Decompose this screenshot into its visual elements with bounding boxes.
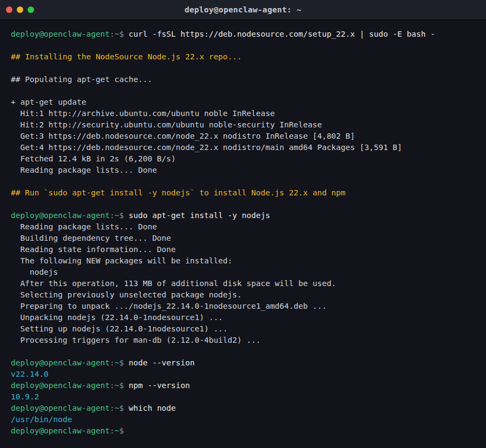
terminal-line: deploy@openclaw-agent:~$ sudo apt-get in… [11, 210, 475, 221]
command-text: npm --version [124, 381, 190, 390]
terminal-line: Get:4 https://deb.nodesource.com/node_22… [11, 142, 475, 153]
traffic-lights [0, 6, 34, 13]
terminal-line: v22.14.0 [11, 369, 475, 380]
terminal-line [11, 199, 475, 210]
terminal-line [11, 63, 475, 74]
prompt-path: ~ [114, 426, 119, 435]
terminal-line: Selecting previously unselected package … [11, 289, 475, 301]
prompt-symbol: $ [119, 211, 124, 220]
maximize-button[interactable] [28, 6, 34, 13]
output-text: Selecting previously unselected package … [11, 290, 242, 299]
terminal-line: Setting up nodejs (22.14.0-1nodesource1)… [11, 323, 475, 335]
output-text: Fetched 12.4 kB in 2s (6,200 B/s) [11, 154, 176, 163]
output-text: Reading package lists... Done [11, 166, 157, 174]
prompt-symbol: $ [119, 30, 124, 38]
value-text: v22.14.0 [11, 370, 49, 378]
terminal-line: Reading package lists... Done [11, 221, 475, 233]
terminal-line: Preparing to unpack .../nodejs_22.14.0-1… [11, 301, 475, 312]
command-text: node --version [124, 358, 195, 367]
terminal-line [11, 85, 475, 97]
output-text: Get:3 https://deb.nodesource.com/node_22… [11, 132, 355, 140]
terminal-line: Fetched 12.4 kB in 2s (6,200 B/s) [11, 153, 475, 165]
terminal-line: ## Populating apt-get cache... [11, 74, 475, 85]
prompt-colon: : [110, 404, 114, 412]
terminal-line: Get:3 https://deb.nodesource.com/node_22… [11, 131, 475, 142]
terminal-line: After this operation, 113 MB of addition… [11, 278, 475, 289]
prompt-path: ~ [114, 381, 119, 390]
prompt-user-host: deploy@openclaw-agent [11, 381, 110, 390]
prompt-colon: : [110, 358, 114, 367]
terminal-line: Processing triggers for man-db (2.12.0-4… [11, 335, 475, 346]
output-text: Processing triggers for man-db (2.12.0-4… [11, 336, 261, 344]
prompt-colon: : [110, 426, 114, 435]
command-text: which node [124, 404, 176, 412]
prompt-symbol: $ [119, 404, 124, 412]
terminal-body[interactable]: deploy@openclaw-agent:~$ curl -fsSL http… [0, 21, 486, 448]
output-text: Unpacking nodejs (22.14.0-1nodesource1) … [11, 313, 223, 322]
prompt-colon: : [110, 211, 114, 220]
output-text: + apt-get update [11, 98, 86, 106]
prompt-user-host: deploy@openclaw-agent [11, 358, 110, 367]
prompt-path: ~ [114, 30, 119, 38]
output-text: The following NEW packages will be insta… [11, 256, 232, 265]
close-button[interactable] [6, 6, 12, 13]
terminal-line: Hit:1 http://archive.ubuntu.com/ubuntu n… [11, 108, 475, 119]
terminal-line: Building dependency tree... Done [11, 233, 475, 244]
prompt-path: ~ [114, 358, 119, 367]
value-text: 10.9.2 [11, 392, 39, 401]
prompt-colon: : [110, 30, 114, 38]
prompt-symbol: $ [119, 426, 124, 435]
prompt-symbol: $ [119, 381, 124, 390]
output-text: nodejs [11, 268, 58, 276]
terminal-line [11, 40, 475, 51]
output-text: Hit:2 http://security.ubuntu.com/ubuntu … [11, 120, 322, 129]
prompt-user-host: deploy@openclaw-agent [11, 211, 110, 220]
prompt-user-host: deploy@openclaw-agent [11, 426, 110, 435]
comment-text: ## Run `sudo apt-get install -y nodejs` … [11, 188, 346, 197]
terminal-line [11, 346, 475, 357]
output-text: Setting up nodejs (22.14.0-1nodesource1)… [11, 324, 228, 333]
terminal-line: deploy@openclaw-agent:~$ which node [11, 403, 475, 414]
terminal-line: /usr/bin/node [11, 414, 475, 425]
prompt-path: ~ [114, 211, 119, 220]
output-text: Preparing to unpack .../nodejs_22.14.0-1… [11, 302, 327, 310]
output-text: ## Populating apt-get cache... [11, 75, 152, 84]
terminal-line [11, 176, 475, 187]
command-text: curl -fsSL https://deb.nodesource.com/se… [124, 30, 435, 38]
terminal-line: 10.9.2 [11, 391, 475, 403]
terminal-line: deploy@openclaw-agent:~$ npm --version [11, 380, 475, 391]
minimize-button[interactable] [17, 6, 23, 13]
value-text: /usr/bin/node [11, 415, 72, 424]
terminal-line: The following NEW packages will be insta… [11, 255, 475, 267]
terminal-line: ## Installing the NodeSource Node.js 22.… [11, 51, 475, 63]
terminal-line: nodejs [11, 267, 475, 278]
comment-text: ## Installing the NodeSource Node.js 22.… [11, 52, 242, 61]
terminal-line: Reading package lists... Done [11, 165, 475, 176]
terminal-line: Unpacking nodejs (22.14.0-1nodesource1) … [11, 312, 475, 323]
terminal-line: Hit:2 http://security.ubuntu.com/ubuntu … [11, 119, 475, 131]
command-text: sudo apt-get install -y nodejs [124, 211, 271, 220]
prompt-user-host: deploy@openclaw-agent [11, 30, 110, 38]
terminal-line: + apt-get update [11, 97, 475, 108]
prompt-symbol: $ [119, 358, 124, 367]
prompt-colon: : [110, 381, 114, 390]
terminal-line: Reading state information... Done [11, 244, 475, 255]
terminal-line: ## Run `sudo apt-get install -y nodejs` … [11, 187, 475, 199]
output-text: Get:4 https://deb.nodesource.com/node_22… [11, 143, 402, 152]
titlebar[interactable]: deploy@openclaw-agent: ~ [0, 0, 486, 21]
terminal-line: deploy@openclaw-agent:~$ [11, 425, 475, 437]
output-text: Building dependency tree... Done [11, 234, 171, 242]
terminal-window: deploy@openclaw-agent: ~ deploy@openclaw… [0, 0, 486, 448]
terminal-line: deploy@openclaw-agent:~$ node --version [11, 357, 475, 369]
output-text: Hit:1 http://archive.ubuntu.com/ubuntu n… [11, 109, 275, 118]
window-title: deploy@openclaw-agent: ~ [0, 5, 486, 14]
output-text: Reading state information... Done [11, 245, 176, 254]
output-text: Reading package lists... Done [11, 222, 157, 231]
output-text: After this operation, 113 MB of addition… [11, 279, 336, 288]
terminal-line: deploy@openclaw-agent:~$ curl -fsSL http… [11, 29, 475, 40]
prompt-user-host: deploy@openclaw-agent [11, 404, 110, 412]
prompt-path: ~ [114, 404, 119, 412]
